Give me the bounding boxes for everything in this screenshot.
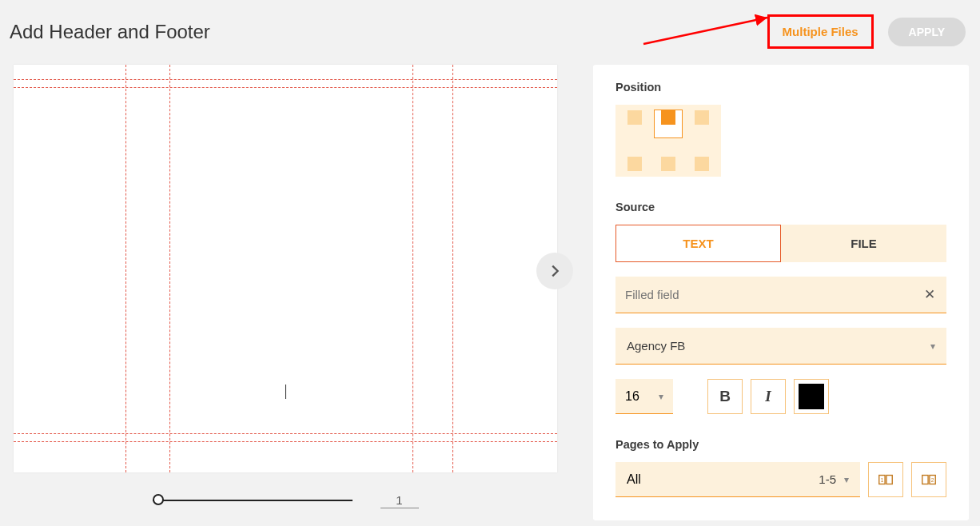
margin-guide [169, 65, 170, 472]
source-tabs: TEXT FILE [615, 225, 946, 262]
svg-rect-4 [922, 476, 928, 484]
page-slider[interactable] [153, 500, 353, 501]
pages-range-value: 1-5 [819, 472, 836, 486]
margin-guide [14, 441, 557, 442]
multiple-files-button[interactable]: Multiple Files [767, 14, 874, 49]
font-size-value: 16 [625, 389, 639, 404]
color-swatch [799, 384, 824, 409]
position-top-left[interactable] [620, 110, 649, 138]
page-number-input[interactable] [380, 492, 419, 508]
text-field-wrapper: ✕ [615, 277, 946, 313]
font-size-select[interactable]: 16 ▾ [615, 379, 673, 414]
margin-guide [125, 65, 126, 472]
pages-label: Pages to Apply [615, 438, 946, 451]
italic-button[interactable]: I [751, 379, 786, 414]
chevron-down-icon: ▾ [659, 391, 663, 402]
position-bottom-right[interactable] [687, 143, 716, 172]
margin-guide [412, 65, 413, 472]
position-top-right[interactable] [687, 110, 716, 138]
position-bottom-center[interactable] [654, 143, 683, 172]
document-page [14, 65, 557, 472]
chevron-right-icon [546, 262, 564, 280]
even-pages-button[interactable]: 2 [911, 462, 946, 497]
pages-apply-select[interactable]: All 1-5 ▾ [615, 462, 860, 497]
position-label: Position [615, 81, 946, 94]
preview-panel [10, 65, 561, 520]
clear-text-icon[interactable]: ✕ [921, 286, 938, 303]
text-caret [285, 385, 286, 399]
svg-rect-2 [886, 476, 892, 484]
next-page-button[interactable] [536, 253, 573, 289]
margin-guide [14, 87, 557, 88]
page-slider-thumb[interactable] [153, 494, 164, 505]
apply-button[interactable]: APPLY [888, 18, 966, 46]
settings-panel: Position Source TEXT FILE ✕ Agency FB [593, 65, 969, 520]
odd-pages-button[interactable]: 1 [868, 462, 903, 497]
margin-guide [14, 79, 557, 80]
font-family-select[interactable]: Agency FB ▾ [615, 328, 946, 365]
even-pages-icon: 2 [920, 471, 938, 488]
page-title: Add Header and Footer [10, 21, 210, 43]
odd-pages-icon: 1 [877, 471, 894, 488]
svg-text:1: 1 [881, 477, 884, 483]
bold-button[interactable]: B [707, 379, 743, 414]
svg-text:2: 2 [931, 477, 934, 483]
source-tab-text[interactable]: TEXT [615, 225, 781, 262]
margin-guide [14, 433, 557, 434]
position-grid [615, 105, 721, 177]
source-label: Source [615, 201, 946, 213]
chevron-down-icon: ▾ [930, 341, 935, 352]
position-bottom-left[interactable] [620, 143, 649, 172]
header-text-input[interactable] [623, 287, 921, 302]
font-family-value: Agency FB [627, 339, 685, 353]
pages-mode-value: All [627, 472, 641, 487]
chevron-down-icon: ▾ [844, 474, 849, 485]
position-top-center[interactable] [654, 110, 683, 138]
text-color-button[interactable] [794, 379, 829, 414]
margin-guide [452, 65, 453, 472]
source-tab-file[interactable]: FILE [781, 225, 946, 262]
